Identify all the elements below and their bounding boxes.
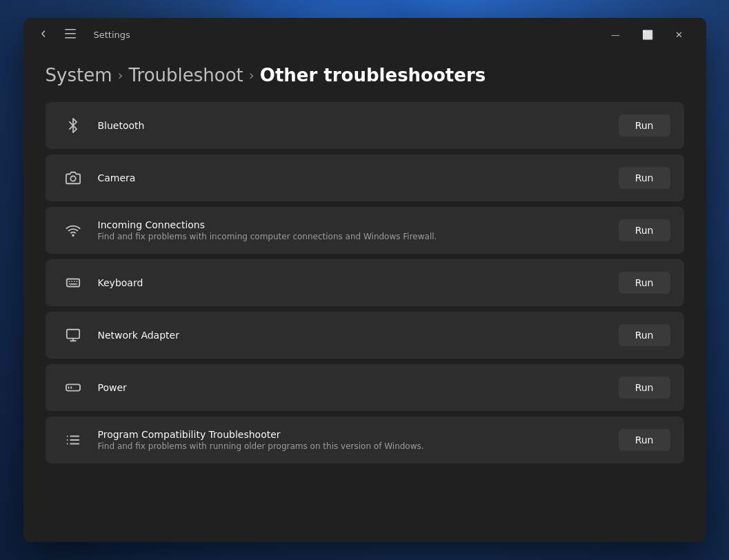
compat-icon xyxy=(59,432,87,448)
item-title-power: Power xyxy=(98,382,619,393)
troubleshooter-item-power: Power Run xyxy=(46,364,684,411)
run-button-program-compat[interactable]: Run xyxy=(619,429,670,451)
run-button-camera[interactable]: Run xyxy=(619,167,670,189)
svg-rect-1 xyxy=(65,33,76,34)
troubleshooter-item-program-compat: Program Compatibility Troubleshooter Fin… xyxy=(46,417,684,463)
item-text-network-adapter: Network Adapter xyxy=(98,330,619,341)
svg-point-4 xyxy=(72,234,74,236)
troubleshooter-item-camera: Camera Run xyxy=(46,154,684,201)
item-title-keyboard: Keyboard xyxy=(98,277,619,288)
window-title: Settings xyxy=(94,30,130,40)
item-text-keyboard: Keyboard xyxy=(98,277,619,288)
svg-rect-6 xyxy=(66,330,79,339)
camera-icon xyxy=(59,170,87,186)
item-text-camera: Camera xyxy=(98,172,619,183)
breadcrumb-sep-2: › xyxy=(249,67,254,83)
breadcrumb-current: Other troubleshooters xyxy=(260,65,486,86)
main-content: System › Troubleshoot › Other troublesho… xyxy=(23,51,706,542)
svg-rect-5 xyxy=(66,279,79,287)
maximize-button[interactable]: ⬜ xyxy=(632,23,663,46)
power-icon xyxy=(59,380,87,395)
item-title-incoming-connections: Incoming Connections xyxy=(98,219,619,230)
run-button-incoming-connections[interactable]: Run xyxy=(619,219,670,241)
breadcrumb-sep-1: › xyxy=(117,67,123,83)
item-text-bluetooth: Bluetooth xyxy=(98,120,619,131)
troubleshooter-item-keyboard: Keyboard Run xyxy=(46,259,684,306)
minimize-button[interactable]: — xyxy=(600,23,632,46)
item-desc-incoming-connections: Find and fix problems with incoming comp… xyxy=(98,232,619,241)
run-button-power[interactable]: Run xyxy=(619,377,670,399)
item-title-camera: Camera xyxy=(98,172,619,183)
wifi-icon xyxy=(59,223,87,238)
breadcrumb: System › Troubleshoot › Other troublesho… xyxy=(46,65,684,86)
item-text-program-compat: Program Compatibility Troubleshooter Fin… xyxy=(98,429,619,451)
troubleshooter-list: Bluetooth Run Camera Run Incoming Connec… xyxy=(46,102,684,463)
keyboard-icon xyxy=(59,275,87,290)
item-title-bluetooth: Bluetooth xyxy=(98,120,619,131)
troubleshooter-item-network-adapter: Network Adapter Run xyxy=(46,312,684,359)
title-bar: Settings — ⬜ ✕ xyxy=(23,18,706,51)
settings-window: Settings — ⬜ ✕ System › Troubleshoot › O… xyxy=(23,18,706,542)
troubleshooter-item-incoming-connections: Incoming Connections Find and fix proble… xyxy=(46,207,684,254)
svg-rect-2 xyxy=(65,37,76,39)
hamburger-button[interactable] xyxy=(61,24,80,46)
item-text-power: Power xyxy=(98,382,619,393)
item-title-program-compat: Program Compatibility Troubleshooter xyxy=(98,429,619,440)
title-bar-left: Settings xyxy=(34,24,130,46)
svg-rect-0 xyxy=(65,29,76,30)
back-button[interactable] xyxy=(34,24,52,46)
close-button[interactable]: ✕ xyxy=(663,23,695,46)
item-text-incoming-connections: Incoming Connections Find and fix proble… xyxy=(98,219,619,241)
breadcrumb-troubleshoot[interactable]: Troubleshoot xyxy=(128,65,243,86)
network-icon xyxy=(59,328,87,343)
run-button-keyboard[interactable]: Run xyxy=(619,272,670,294)
run-button-bluetooth[interactable]: Run xyxy=(619,114,670,137)
svg-point-3 xyxy=(70,176,75,181)
window-controls: — ⬜ ✕ xyxy=(600,23,695,46)
run-button-network-adapter[interactable]: Run xyxy=(619,324,670,346)
item-title-network-adapter: Network Adapter xyxy=(98,330,619,341)
item-desc-program-compat: Find and fix problems with running older… xyxy=(98,441,619,451)
breadcrumb-system[interactable]: System xyxy=(46,65,112,86)
bluetooth-icon xyxy=(59,118,87,133)
troubleshooter-item-bluetooth: Bluetooth Run xyxy=(46,102,684,149)
